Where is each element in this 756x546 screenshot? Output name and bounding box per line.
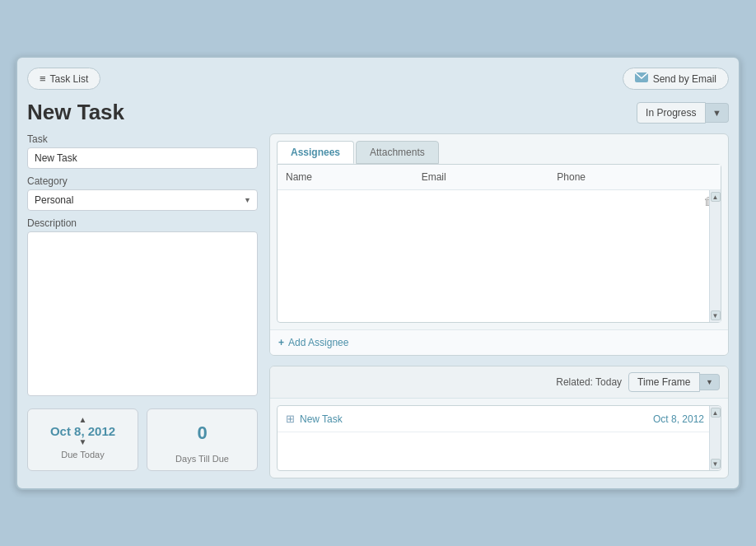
category-select[interactable]: Personal Work Family Other xyxy=(27,189,258,211)
tabs-header: Assignees Attachments xyxy=(270,134,728,164)
add-assignee-label: Add Assignee xyxy=(288,337,348,348)
assignees-body: 🗑 ▲ ▼ xyxy=(278,190,721,322)
related-scrollbar: ▲ ▼ xyxy=(709,406,721,470)
category-label: Category xyxy=(27,175,258,187)
status-select[interactable]: In Progress Not Started Completed Deferr… xyxy=(637,102,706,124)
right-panel: Assignees Attachments Name Email Phone 🗑… xyxy=(269,133,729,478)
due-date-up-arrow[interactable]: ▲ xyxy=(79,416,87,424)
due-date-label: Due Today xyxy=(61,450,104,460)
category-select-wrapper: Personal Work Family Other xyxy=(27,189,258,211)
timeframe-arrow-icon[interactable]: ▼ xyxy=(700,374,720,390)
description-textarea[interactable] xyxy=(27,231,258,396)
plus-icon: + xyxy=(278,337,284,348)
related-task-link[interactable]: ⊞ New Task xyxy=(286,413,343,425)
assignees-tab-content: Name Email Phone 🗑 ▲ ▼ xyxy=(277,164,721,323)
related-body: ⊞ New Task Oct 8, 2012 ▲ ▼ xyxy=(277,405,721,471)
timeframe-wrapper: Time Frame Today This Week This Month ▼ xyxy=(628,372,720,392)
left-panel: Task Category Personal Work Family Other… xyxy=(27,133,258,478)
col-actions-header xyxy=(693,171,712,183)
email-icon xyxy=(635,72,648,85)
task-list-label: Task List xyxy=(50,73,89,85)
page-title-area: New Task In Progress Not Started Complet… xyxy=(27,100,729,125)
status-arrow-icon[interactable]: ▼ xyxy=(706,103,729,123)
task-label: Task xyxy=(27,133,258,145)
task-input[interactable] xyxy=(27,147,258,169)
related-header: Related: Today Time Frame Today This Wee… xyxy=(270,366,728,399)
related-scroll-up-btn[interactable]: ▲ xyxy=(711,408,721,418)
description-field: Description xyxy=(27,217,258,399)
category-field: Category Personal Work Family Other xyxy=(27,175,258,211)
list-icon: ≡ xyxy=(40,72,46,85)
days-till-due-box: 0 Days Till Due xyxy=(147,408,258,471)
assignees-scrollbar: ▲ ▼ xyxy=(709,190,721,322)
related-task-date: Oct 8, 2012 xyxy=(653,413,704,425)
tabs-section: Assignees Attachments Name Email Phone 🗑… xyxy=(269,133,729,356)
date-boxes: ▲ Oct 8, 2012 ▼ Due Today 0 Days Till Du… xyxy=(27,408,258,471)
scroll-down-btn[interactable]: ▼ xyxy=(711,310,721,320)
page-title: New Task xyxy=(27,100,124,125)
main-content: Task Category Personal Work Family Other… xyxy=(27,133,729,478)
related-label: Related: Today xyxy=(556,376,622,388)
days-label: Days Till Due xyxy=(175,454,229,464)
status-dropdown: In Progress Not Started Completed Deferr… xyxy=(637,102,729,124)
scroll-up-btn[interactable]: ▲ xyxy=(711,192,721,202)
days-value: 0 xyxy=(197,416,207,450)
related-scroll-down-btn[interactable]: ▼ xyxy=(711,459,721,469)
col-email-header: Email xyxy=(422,171,558,183)
timeframe-select[interactable]: Time Frame Today This Week This Month xyxy=(628,372,700,392)
send-email-label: Send by Email xyxy=(653,73,716,85)
related-section: Related: Today Time Frame Today This Wee… xyxy=(269,366,729,478)
col-phone-header: Phone xyxy=(557,171,693,183)
description-label: Description xyxy=(27,217,258,229)
col-name-header: Name xyxy=(286,171,422,183)
related-task-row: ⊞ New Task Oct 8, 2012 xyxy=(278,406,721,432)
tab-attachments[interactable]: Attachments xyxy=(356,141,439,164)
task-field: Task xyxy=(27,133,258,169)
due-date-down-arrow[interactable]: ▼ xyxy=(79,438,87,446)
due-date-box: ▲ Oct 8, 2012 ▼ Due Today xyxy=(27,408,138,471)
task-grid-icon: ⊞ xyxy=(286,413,295,425)
top-bar: ≡ Task List Send by Email xyxy=(27,68,729,90)
due-date-value: Oct 8, 2012 xyxy=(50,424,115,438)
send-email-button[interactable]: Send by Email xyxy=(623,68,729,90)
app-container: ≡ Task List Send by Email New Task In Pr… xyxy=(16,56,740,490)
task-list-button[interactable]: ≡ Task List xyxy=(27,68,100,90)
add-assignee-row[interactable]: + Add Assignee xyxy=(270,329,728,355)
related-task-name: New Task xyxy=(300,413,343,425)
tab-assignees[interactable]: Assignees xyxy=(277,141,354,164)
assignees-header: Name Email Phone xyxy=(278,165,721,190)
